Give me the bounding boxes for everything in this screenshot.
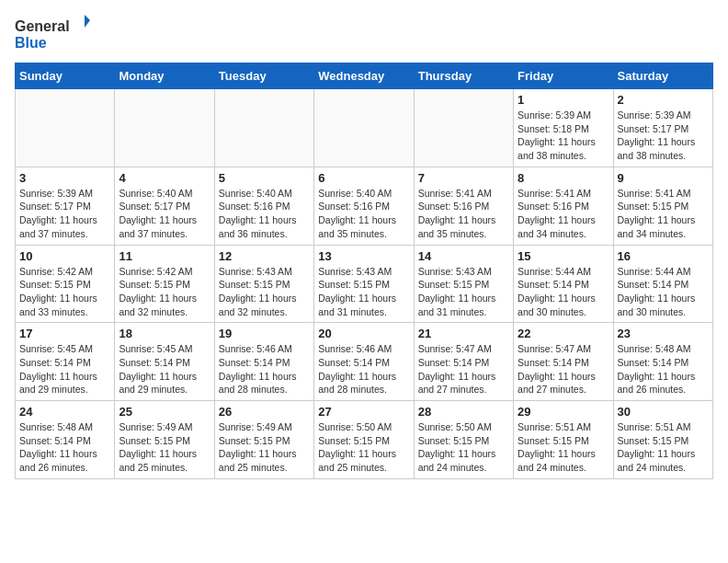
day-number: 16 (618, 249, 709, 263)
calendar-cell: 28Sunrise: 5:50 AM Sunset: 5:15 PM Dayli… (414, 401, 513, 479)
calendar-cell: 3Sunrise: 5:39 AM Sunset: 5:17 PM Daylig… (16, 167, 115, 245)
calendar-cell: 12Sunrise: 5:43 AM Sunset: 5:15 PM Dayli… (214, 245, 313, 323)
calendar-cell: 10Sunrise: 5:42 AM Sunset: 5:15 PM Dayli… (16, 245, 115, 323)
calendar-table: SundayMondayTuesdayWednesdayThursdayFrid… (15, 63, 713, 479)
day-number: 4 (119, 171, 210, 185)
day-info: Sunrise: 5:43 AM Sunset: 5:15 PM Dayligh… (318, 265, 409, 319)
day-number: 28 (418, 405, 509, 419)
svg-text:General: General (15, 18, 70, 34)
day-info: Sunrise: 5:51 AM Sunset: 5:15 PM Dayligh… (518, 420, 609, 475)
day-number: 1 (518, 93, 609, 107)
day-info: Sunrise: 5:49 AM Sunset: 5:15 PM Dayligh… (119, 420, 210, 475)
day-info: Sunrise: 5:48 AM Sunset: 5:14 PM Dayligh… (618, 342, 709, 396)
day-info: Sunrise: 5:40 AM Sunset: 5:17 PM Dayligh… (119, 187, 210, 241)
calendar-cell: 4Sunrise: 5:40 AM Sunset: 5:17 PM Daylig… (115, 167, 214, 245)
column-header-thursday: Thursday (414, 63, 513, 89)
day-info: Sunrise: 5:45 AM Sunset: 5:14 PM Dayligh… (119, 342, 210, 396)
day-info: Sunrise: 5:46 AM Sunset: 5:14 PM Dayligh… (318, 342, 409, 396)
day-info: Sunrise: 5:44 AM Sunset: 5:14 PM Dayligh… (518, 265, 609, 319)
calendar-cell: 1Sunrise: 5:39 AM Sunset: 5:18 PM Daylig… (514, 89, 613, 167)
calendar-cell (214, 89, 313, 167)
day-info: Sunrise: 5:39 AM Sunset: 5:17 PM Dayligh… (618, 109, 709, 163)
day-number: 11 (119, 249, 210, 263)
day-number: 10 (19, 249, 110, 263)
column-header-monday: Monday (115, 63, 214, 89)
day-info: Sunrise: 5:47 AM Sunset: 5:14 PM Dayligh… (418, 342, 509, 396)
calendar-week-row: 1Sunrise: 5:39 AM Sunset: 5:18 PM Daylig… (16, 89, 713, 167)
day-number: 23 (618, 327, 709, 340)
day-number: 15 (518, 249, 609, 263)
day-info: Sunrise: 5:48 AM Sunset: 5:14 PM Dayligh… (19, 420, 110, 475)
calendar-cell: 21Sunrise: 5:47 AM Sunset: 5:14 PM Dayli… (414, 323, 513, 401)
day-info: Sunrise: 5:40 AM Sunset: 5:16 PM Dayligh… (318, 187, 409, 241)
calendar-cell: 23Sunrise: 5:48 AM Sunset: 5:14 PM Dayli… (613, 323, 712, 401)
day-number: 6 (318, 171, 409, 185)
calendar-cell: 5Sunrise: 5:40 AM Sunset: 5:16 PM Daylig… (214, 167, 313, 245)
calendar-cell: 15Sunrise: 5:44 AM Sunset: 5:14 PM Dayli… (514, 245, 613, 323)
day-info: Sunrise: 5:41 AM Sunset: 5:16 PM Dayligh… (418, 187, 509, 241)
day-number: 27 (318, 405, 409, 419)
day-number: 2 (618, 93, 709, 107)
calendar-cell: 27Sunrise: 5:50 AM Sunset: 5:15 PM Dayli… (314, 401, 414, 479)
page-header: GeneralBlue (15, 15, 713, 52)
logo: GeneralBlue (15, 15, 97, 52)
calendar-cell: 9Sunrise: 5:41 AM Sunset: 5:15 PM Daylig… (613, 167, 712, 245)
day-number: 21 (418, 327, 509, 340)
day-info: Sunrise: 5:39 AM Sunset: 5:17 PM Dayligh… (19, 187, 110, 241)
day-number: 12 (219, 249, 310, 263)
calendar-cell (115, 89, 214, 167)
calendar-cell: 25Sunrise: 5:49 AM Sunset: 5:15 PM Dayli… (115, 401, 214, 479)
day-number: 17 (19, 327, 110, 340)
column-header-friday: Friday (514, 63, 613, 89)
svg-text:Blue: Blue (15, 35, 47, 51)
day-info: Sunrise: 5:41 AM Sunset: 5:16 PM Dayligh… (518, 187, 609, 241)
day-number: 5 (219, 171, 310, 185)
calendar-cell: 16Sunrise: 5:44 AM Sunset: 5:14 PM Dayli… (613, 245, 712, 323)
day-info: Sunrise: 5:45 AM Sunset: 5:14 PM Dayligh… (19, 342, 110, 396)
day-info: Sunrise: 5:46 AM Sunset: 5:14 PM Dayligh… (219, 342, 310, 396)
calendar-cell (314, 89, 414, 167)
day-info: Sunrise: 5:42 AM Sunset: 5:15 PM Dayligh… (119, 265, 210, 319)
calendar-cell: 17Sunrise: 5:45 AM Sunset: 5:14 PM Dayli… (16, 323, 115, 401)
calendar-cell: 2Sunrise: 5:39 AM Sunset: 5:17 PM Daylig… (613, 89, 712, 167)
calendar-cell: 14Sunrise: 5:43 AM Sunset: 5:15 PM Dayli… (414, 245, 513, 323)
calendar-cell: 8Sunrise: 5:41 AM Sunset: 5:16 PM Daylig… (514, 167, 613, 245)
day-number: 3 (19, 171, 110, 185)
calendar-cell (414, 89, 513, 167)
calendar-cell: 20Sunrise: 5:46 AM Sunset: 5:14 PM Dayli… (314, 323, 414, 401)
day-number: 24 (19, 405, 110, 419)
calendar-week-row: 3Sunrise: 5:39 AM Sunset: 5:17 PM Daylig… (16, 167, 713, 245)
calendar-cell (16, 89, 115, 167)
day-info: Sunrise: 5:50 AM Sunset: 5:15 PM Dayligh… (418, 420, 509, 475)
day-info: Sunrise: 5:40 AM Sunset: 5:16 PM Dayligh… (219, 187, 310, 241)
calendar-cell: 22Sunrise: 5:47 AM Sunset: 5:14 PM Dayli… (514, 323, 613, 401)
calendar-cell: 7Sunrise: 5:41 AM Sunset: 5:16 PM Daylig… (414, 167, 513, 245)
day-number: 25 (119, 405, 210, 419)
day-info: Sunrise: 5:49 AM Sunset: 5:15 PM Dayligh… (219, 420, 310, 475)
calendar-week-row: 10Sunrise: 5:42 AM Sunset: 5:15 PM Dayli… (16, 245, 713, 323)
day-info: Sunrise: 5:51 AM Sunset: 5:15 PM Dayligh… (618, 420, 709, 475)
day-info: Sunrise: 5:41 AM Sunset: 5:15 PM Dayligh… (618, 187, 709, 241)
calendar-cell: 19Sunrise: 5:46 AM Sunset: 5:14 PM Dayli… (214, 323, 313, 401)
day-number: 19 (219, 327, 310, 340)
calendar-cell: 18Sunrise: 5:45 AM Sunset: 5:14 PM Dayli… (115, 323, 214, 401)
calendar-cell: 24Sunrise: 5:48 AM Sunset: 5:14 PM Dayli… (16, 401, 115, 479)
day-info: Sunrise: 5:47 AM Sunset: 5:14 PM Dayligh… (518, 342, 609, 396)
day-number: 29 (518, 405, 609, 419)
day-number: 18 (119, 327, 210, 340)
calendar-week-row: 17Sunrise: 5:45 AM Sunset: 5:14 PM Dayli… (16, 323, 713, 401)
calendar-header-row: SundayMondayTuesdayWednesdayThursdayFrid… (16, 63, 713, 89)
calendar-cell: 13Sunrise: 5:43 AM Sunset: 5:15 PM Dayli… (314, 245, 414, 323)
day-number: 30 (618, 405, 709, 419)
day-number: 26 (219, 405, 310, 419)
day-info: Sunrise: 5:43 AM Sunset: 5:15 PM Dayligh… (418, 265, 509, 319)
calendar-week-row: 24Sunrise: 5:48 AM Sunset: 5:14 PM Dayli… (16, 401, 713, 479)
calendar-cell: 6Sunrise: 5:40 AM Sunset: 5:16 PM Daylig… (314, 167, 414, 245)
column-header-saturday: Saturday (613, 63, 712, 89)
day-info: Sunrise: 5:50 AM Sunset: 5:15 PM Dayligh… (318, 420, 409, 475)
calendar-cell: 29Sunrise: 5:51 AM Sunset: 5:15 PM Dayli… (514, 401, 613, 479)
day-info: Sunrise: 5:43 AM Sunset: 5:15 PM Dayligh… (219, 265, 310, 319)
calendar-cell: 30Sunrise: 5:51 AM Sunset: 5:15 PM Dayli… (613, 401, 712, 479)
day-number: 7 (418, 171, 509, 185)
day-number: 14 (418, 249, 509, 263)
